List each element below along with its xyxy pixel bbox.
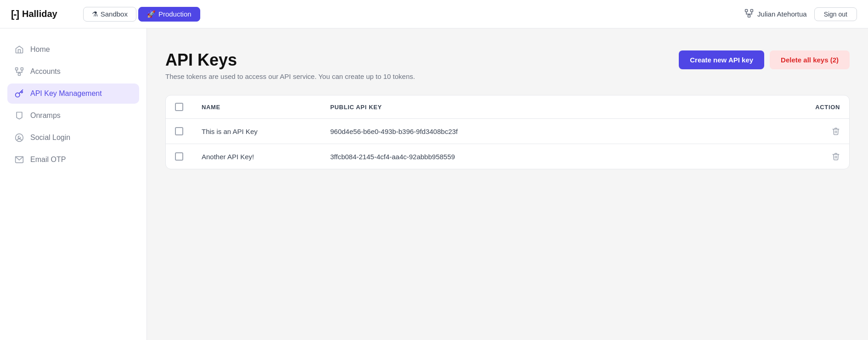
sidebar-item-onramps-label: Onramps xyxy=(30,111,61,120)
logo: [-] Halliday xyxy=(11,8,57,20)
sidebar-item-onramps[interactable]: Onramps xyxy=(7,106,139,126)
svg-marker-15 xyxy=(17,112,22,119)
sandbox-icon: ⚗ xyxy=(92,10,98,18)
user-info: Julian Atehortua xyxy=(744,9,807,19)
layout: Home Accounts xyxy=(0,28,868,340)
header-checkbox-col xyxy=(166,95,192,119)
sidebar-item-accounts-label: Accounts xyxy=(30,67,61,76)
email-otp-icon xyxy=(15,155,24,164)
sidebar-item-social-login[interactable]: Social Login xyxy=(7,128,139,148)
row1-checkbox[interactable] xyxy=(175,127,183,135)
svg-point-16 xyxy=(16,134,23,142)
row1-delete-button[interactable] xyxy=(815,127,840,135)
sidebar: Home Accounts xyxy=(0,28,147,340)
social-login-icon xyxy=(15,133,24,142)
row1-key: 960d4e56-b6e0-493b-b396-9fd3408bc23f xyxy=(321,119,806,144)
create-api-key-button[interactable]: Create new API key xyxy=(679,50,764,69)
topbar: [-] Halliday ⚗ Sandbox 🚀 Production xyxy=(0,0,868,28)
main-content: API Keys These tokens are used to access… xyxy=(147,28,868,340)
production-tab[interactable]: 🚀 Production xyxy=(138,7,200,22)
row2-key: 3ffcb084-2145-4cf4-aa4c-92abbb958559 xyxy=(321,144,806,169)
user-network-icon xyxy=(744,9,754,19)
row1-action xyxy=(806,119,849,144)
topbar-right: Julian Atehortua Sign out xyxy=(744,7,857,21)
row1-name: This is an API Key xyxy=(192,119,321,144)
table-header-row: NAME PUBLIC API KEY ACTION xyxy=(166,95,849,119)
sidebar-item-home[interactable]: Home xyxy=(7,39,139,60)
sandbox-tab[interactable]: ⚗ Sandbox xyxy=(83,7,136,22)
onramps-icon xyxy=(15,111,24,120)
production-icon: 🚀 xyxy=(147,10,156,18)
row2-checkbox-cell xyxy=(166,144,192,169)
header-name: NAME xyxy=(192,95,321,119)
header-public-api-key: PUBLIC API KEY xyxy=(321,95,806,119)
key-icon xyxy=(15,89,24,98)
sidebar-item-home-label: Home xyxy=(30,45,50,54)
sidebar-item-social-login-label: Social Login xyxy=(30,134,70,142)
row2-action xyxy=(806,144,849,169)
page-title: API Keys xyxy=(165,50,415,70)
sidebar-item-email-otp-label: Email OTP xyxy=(30,156,66,164)
table-header: NAME PUBLIC API KEY ACTION xyxy=(166,95,849,119)
env-tabs: ⚗ Sandbox 🚀 Production xyxy=(83,7,200,22)
accounts-icon xyxy=(15,67,24,76)
page-header: API Keys These tokens are used to access… xyxy=(165,50,850,80)
sidebar-item-email-otp[interactable]: Email OTP xyxy=(7,150,139,170)
topbar-left: [-] Halliday ⚗ Sandbox 🚀 Production xyxy=(11,7,200,22)
delete-all-keys-button[interactable]: Delete all keys (2) xyxy=(770,50,850,69)
home-icon xyxy=(15,45,24,54)
table-row: Another API Key! 3ffcb084-2145-4cf4-aa4c… xyxy=(166,144,849,169)
table-body: This is an API Key 960d4e56-b6e0-493b-b3… xyxy=(166,119,849,169)
row1-checkbox-cell xyxy=(166,119,192,144)
logo-text: Halliday xyxy=(22,9,57,19)
header-actions: Create new API key Delete all keys (2) xyxy=(679,50,850,69)
page-subtitle: These tokens are used to access our API … xyxy=(165,72,415,80)
header-action: ACTION xyxy=(806,95,849,119)
sidebar-item-api-key-label: API Key Management xyxy=(30,89,102,98)
row2-checkbox[interactable] xyxy=(175,152,183,161)
sidebar-item-api-key-management[interactable]: API Key Management xyxy=(7,84,139,104)
row2-name: Another API Key! xyxy=(192,144,321,169)
logo-icon: [-] xyxy=(11,8,18,20)
table-row: This is an API Key 960d4e56-b6e0-493b-b3… xyxy=(166,119,849,144)
user-name: Julian Atehortua xyxy=(757,10,807,18)
row2-delete-button[interactable] xyxy=(815,152,840,161)
select-all-checkbox[interactable] xyxy=(175,103,183,111)
sidebar-item-accounts[interactable]: Accounts xyxy=(7,61,139,82)
page-title-block: API Keys These tokens are used to access… xyxy=(165,50,415,80)
api-keys-table: NAME PUBLIC API KEY ACTION This is an AP… xyxy=(166,95,849,169)
api-keys-table-container: NAME PUBLIC API KEY ACTION This is an AP… xyxy=(165,95,850,169)
signout-button[interactable]: Sign out xyxy=(814,7,857,21)
